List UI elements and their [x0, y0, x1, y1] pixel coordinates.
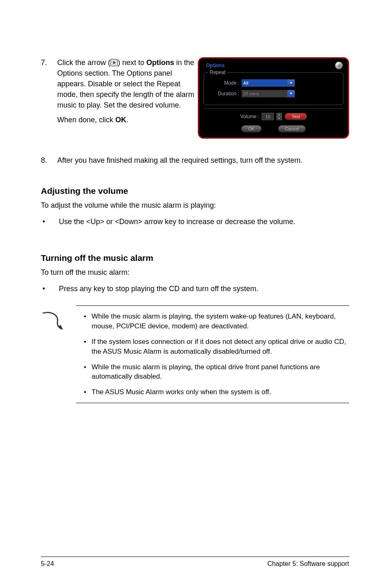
mode-select[interactable]: All	[242, 79, 295, 87]
step7-row: 7. Click the arrow () next to Options in…	[41, 57, 349, 139]
cancel-button[interactable]: Cancel	[278, 125, 306, 132]
note-box: While the music alarm is playing, the sy…	[41, 305, 349, 403]
turnoff-list: Press any key to stop playing the CD and…	[41, 283, 349, 294]
duration-label: Duration :	[209, 91, 242, 97]
step-8: 8. After you have finished making all th…	[41, 155, 349, 166]
note-icon	[41, 310, 65, 331]
adjusting-intro: To adjust the volume while the music ala…	[41, 200, 349, 211]
duration-select[interactable]: 20 mins	[242, 90, 295, 97]
spinner-down-icon[interactable]	[276, 117, 282, 120]
test-button[interactable]: Test	[285, 113, 307, 120]
spinner-up-icon[interactable]	[276, 113, 282, 117]
options-bold: Options	[146, 58, 174, 67]
bullet-text: Use the <Up> or <Down> arrow key to incr…	[59, 216, 295, 227]
chevron-down-icon[interactable]	[287, 79, 295, 87]
volume-row: Volume : 15 Test	[204, 108, 343, 123]
step-7: 7. Click the arrow () next to Options in…	[41, 57, 195, 126]
mode-label: Mode :	[209, 80, 242, 86]
step-number: 7.	[41, 57, 57, 68]
step-text: After you have finished making all the r…	[57, 155, 349, 166]
options-panel: Options ⊗ Repeat Mode : All Duration : 2…	[198, 57, 349, 139]
mode-value: All	[242, 79, 287, 87]
note-content: While the music alarm is playing, the sy…	[76, 305, 349, 403]
note-text: While the music alarm is playing, the sy…	[92, 312, 347, 331]
page-number: 5-24	[41, 560, 54, 568]
adjusting-list: Use the <Up> or <Down> arrow key to incr…	[41, 216, 349, 227]
volume-value: 15	[262, 113, 274, 120]
list-item: Use the <Up> or <Down> arrow key to incr…	[41, 216, 349, 227]
bullet-text: Press any key to stop playing the CD and…	[59, 283, 258, 294]
step-number: 8.	[41, 155, 57, 166]
button-row: OK Cancel	[202, 123, 345, 133]
ok-bold: OK	[115, 116, 126, 124]
note-text: While the music alarm is playing, the op…	[92, 362, 347, 382]
footer: 5-24 Chapter 5: Software support	[41, 557, 349, 568]
chevron-down-icon[interactable]	[287, 90, 295, 97]
ok-button[interactable]: OK	[241, 125, 262, 132]
step-text: Click the arrow () next to Options in th…	[57, 57, 195, 126]
duration-value: 20 mins	[242, 90, 287, 97]
text-fragment: .	[126, 116, 128, 124]
list-item: If the system loses connection or if it …	[78, 337, 347, 357]
close-icon[interactable]: ⊗	[335, 62, 343, 69]
volume-label: Volume :	[240, 114, 259, 119]
panel-title: Options	[206, 63, 224, 68]
arrow-icon	[110, 59, 118, 66]
volume-spinner[interactable]	[276, 113, 282, 120]
mode-row: Mode : All	[209, 79, 338, 87]
list-item: While the music alarm is playing, the op…	[78, 362, 347, 382]
turnoff-intro: To turn off the music alarm:	[41, 267, 349, 278]
text-fragment: Click the arrow (	[57, 58, 110, 67]
duration-row: Duration : 20 mins	[209, 90, 338, 97]
heading-turnoff: Turning off the music alarm	[41, 253, 349, 263]
chapter-label: Chapter 5: Software support	[267, 560, 349, 568]
list-item: Press any key to stop playing the CD and…	[41, 283, 349, 294]
note-text: The ASUS Music Alarm works only when the…	[92, 387, 271, 397]
repeat-legend: Repeat	[208, 70, 227, 75]
text-fragment: When done, click	[57, 116, 115, 124]
heading-adjusting: Adjusting the volume	[41, 186, 349, 196]
repeat-group: Repeat Mode : All Duration : 20 mins	[204, 72, 343, 105]
list-item: While the music alarm is playing, the sy…	[78, 312, 347, 331]
text-fragment: ) next to	[118, 58, 146, 67]
list-item: The ASUS Music Alarm works only when the…	[78, 387, 347, 397]
note-text: If the system loses connection or if it …	[92, 337, 347, 357]
note-list: While the music alarm is playing, the sy…	[78, 312, 347, 397]
